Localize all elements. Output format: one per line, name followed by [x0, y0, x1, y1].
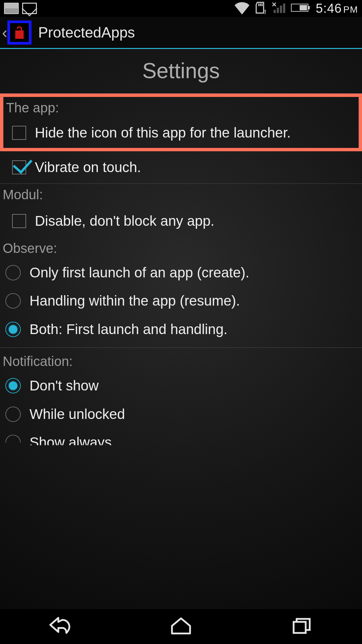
- section-label-app: The app:: [3, 97, 359, 118]
- radio-icon[interactable]: [5, 378, 21, 393]
- option-label: Only first launch of an app (create).: [29, 264, 249, 282]
- svg-rect-7: [280, 6, 282, 13]
- svg-rect-5: [274, 10, 276, 13]
- observe-option-resume[interactable]: Handling within the app (resume).: [0, 287, 362, 315]
- svg-rect-11: [300, 5, 307, 10]
- option-label: Disable, don't block any app.: [35, 212, 215, 230]
- app-logo: [7, 20, 32, 45]
- sd-card-icon: !: [254, 1, 267, 15]
- option-label: Vibrate on touch.: [35, 159, 141, 176]
- notification-option-dont-show[interactable]: Don't show: [0, 372, 362, 400]
- option-vibrate[interactable]: Vibrate on touch.: [0, 151, 362, 184]
- svg-text:✕: ✕: [272, 1, 277, 8]
- svg-rect-6: [277, 8, 279, 13]
- highlight-hide-icon-option: The app: Hide the icon of this app for t…: [0, 94, 362, 151]
- wifi-icon: [235, 0, 249, 16]
- gmail-icon: [22, 3, 37, 14]
- notification-option-while-unlocked[interactable]: While unlocked: [0, 400, 362, 429]
- option-label: Hide the icon of this app for the launch…: [35, 124, 291, 142]
- home-nav-icon[interactable]: [169, 616, 193, 637]
- svg-rect-8: [283, 3, 285, 13]
- notification-icon: [4, 3, 19, 14]
- radio-icon[interactable]: [5, 293, 21, 309]
- section-label-notification: Notification:: [0, 348, 362, 372]
- checkbox-icon[interactable]: [12, 126, 26, 140]
- radio-icon[interactable]: [5, 322, 21, 337]
- option-label: While unlocked: [29, 406, 125, 423]
- app-title: ProtectedApps: [38, 24, 135, 41]
- back-icon[interactable]: ‹: [2, 24, 7, 41]
- back-nav-icon[interactable]: [48, 616, 72, 637]
- observe-option-create[interactable]: Only first launch of an app (create).: [0, 259, 362, 287]
- svg-rect-2: [261, 3, 262, 6]
- section-label-modul: Modul:: [0, 184, 362, 205]
- status-right: ! ✕ 5:46PM: [235, 0, 358, 16]
- checkbox-icon[interactable]: [12, 214, 26, 228]
- option-hide-icon[interactable]: Hide the icon of this app for the launch…: [3, 118, 359, 148]
- radio-icon[interactable]: [5, 265, 21, 280]
- svg-rect-0: [258, 3, 259, 6]
- radio-icon[interactable]: [5, 435, 21, 450]
- status-time: 5:46PM: [316, 1, 358, 16]
- option-disable-block[interactable]: Disable, don't block any app.: [0, 205, 362, 237]
- status-bar: ! ✕ 5:46PM: [0, 0, 362, 17]
- recent-nav-icon[interactable]: [290, 616, 314, 637]
- option-label: Handling within the app (resume).: [29, 292, 240, 310]
- page-title: Settings: [0, 49, 362, 93]
- observe-option-both[interactable]: Both: First launch and handling.: [0, 315, 362, 344]
- status-left: [4, 3, 37, 14]
- option-label: Don't show: [29, 377, 99, 395]
- settings-content: Settings The app: Hide the icon of this …: [0, 49, 362, 609]
- battery-icon: [291, 3, 311, 14]
- svg-text:!: !: [264, 8, 266, 14]
- unlock-icon: [13, 25, 26, 40]
- checkbox-icon[interactable]: [12, 160, 26, 174]
- svg-rect-10: [308, 6, 310, 9]
- section-label-observe: Observe:: [0, 237, 362, 259]
- notification-option-show-always[interactable]: Show always: [0, 428, 362, 451]
- svg-rect-12: [294, 622, 306, 633]
- signal-icon: ✕: [272, 1, 286, 15]
- action-bar[interactable]: ‹ ProtectedApps: [0, 17, 362, 49]
- navigation-bar: [0, 609, 362, 644]
- option-label: Both: First launch and handling.: [29, 321, 228, 338]
- radio-icon[interactable]: [5, 407, 21, 422]
- svg-rect-1: [260, 3, 261, 6]
- option-label: Show always: [29, 434, 112, 451]
